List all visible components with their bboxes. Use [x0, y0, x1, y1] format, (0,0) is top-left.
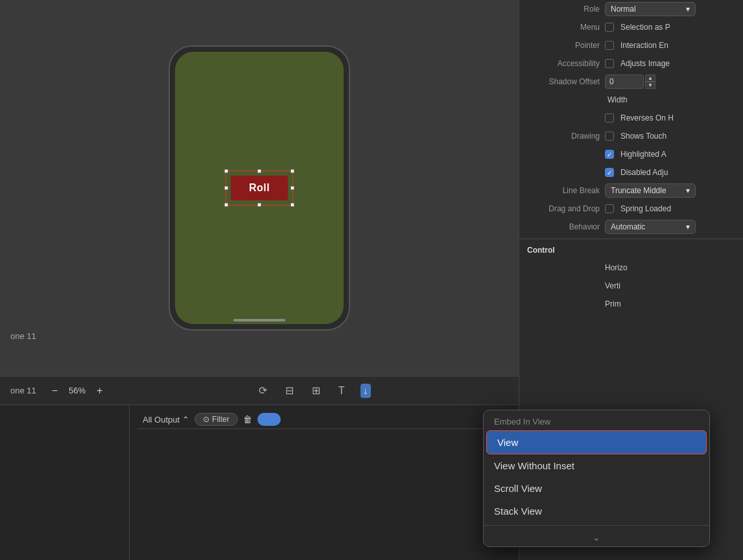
reverses-on-checkbox[interactable]: [605, 113, 614, 122]
behavior-dropdown[interactable]: Automatic ▾: [605, 220, 696, 234]
disabled-row: ✓ Disabled Adju: [519, 163, 743, 181]
line-break-dropdown[interactable]: Truncate Middle ▾: [605, 183, 696, 198]
reverses-on-text: Reverses On H: [620, 113, 674, 122]
behavior-row: Behavior Automatic ▾: [519, 218, 743, 236]
grid-icon-btn[interactable]: ⊞: [309, 383, 323, 398]
shadow-offset-input[interactable]: 0: [605, 75, 644, 89]
popup-item-scroll-view-label: Scroll View: [494, 483, 542, 494]
highlighted-row: ✓ Highlighted A: [519, 145, 743, 163]
shows-touch-checkbox[interactable]: [605, 132, 614, 141]
refresh-icon-btn[interactable]: ⟳: [256, 383, 270, 398]
drag-drop-row: Drag and Drop Spring Loaded: [519, 200, 743, 218]
popup-item-view-label: View: [497, 437, 518, 448]
menu-checkbox[interactable]: [605, 23, 614, 32]
zoom-in-button[interactable]: +: [94, 384, 105, 398]
bottom-panel: All Output ⌃ ⊙ Filter 🗑: [0, 404, 519, 560]
popup-item-stack-view[interactable]: Stack View: [484, 500, 709, 522]
home-indicator: [233, 319, 285, 321]
right-panel-label2-value: Verti: [605, 281, 620, 290]
popup-item-stack-view-label: Stack View: [494, 506, 542, 517]
popup-menu: Embed In View View View Without Inset Sc…: [483, 410, 710, 547]
embed-icon-btn[interactable]: ↓: [360, 384, 371, 398]
drawing-label: Drawing: [527, 132, 605, 141]
handle-ml[interactable]: [224, 186, 228, 190]
handle-tl[interactable]: [224, 169, 228, 173]
canvas-main: Roll one 11 Embed In View View View With…: [0, 0, 519, 376]
menu-label: Menu: [527, 23, 605, 32]
role-chevron-icon: ▾: [686, 5, 690, 14]
filter-label: Filter: [212, 415, 230, 424]
accessibility-label: Accessibility: [527, 59, 605, 68]
behavior-value: Automatic: [611, 222, 645, 231]
filter-bar: All Output ⌃ ⊙ Filter 🗑: [137, 410, 511, 429]
handle-tm[interactable]: [257, 169, 261, 173]
toolbar-left: one 11: [10, 386, 36, 395]
roll-button[interactable]: Roll: [231, 176, 288, 200]
zoom-out-button[interactable]: −: [49, 384, 60, 398]
all-output-button[interactable]: All Output ⌃: [143, 415, 189, 425]
chevron-down-icon: ⌄: [593, 532, 600, 542]
pointer-row: Pointer Interaction En: [519, 36, 743, 54]
behavior-label: Behavior: [527, 222, 605, 231]
toggle-button[interactable]: [257, 413, 281, 426]
handle-tr[interactable]: [290, 169, 294, 173]
popup-item-scroll-view[interactable]: Scroll View: [484, 477, 709, 500]
shadow-offset-up-button[interactable]: ▲: [645, 75, 655, 82]
disabled-text: Disabled Adju: [620, 168, 668, 177]
handle-br[interactable]: [290, 203, 294, 207]
reverses-on-row: Reverses On H: [519, 109, 743, 127]
highlighted-checkbox[interactable]: ✓: [605, 150, 614, 159]
shadow-offset-down-button[interactable]: ▼: [645, 82, 655, 89]
accessibility-row: Accessibility Adjusts Image: [519, 54, 743, 73]
all-output-label: All Output: [143, 415, 180, 425]
role-dropdown[interactable]: Normal ▾: [605, 2, 696, 16]
accessibility-checkbox[interactable]: [605, 59, 614, 68]
menu-text: Selection as P: [620, 23, 670, 32]
filter-icon: ⊙: [203, 415, 209, 424]
drag-drop-text: Spring Loaded: [620, 204, 671, 213]
disabled-checkbox[interactable]: ✓: [605, 168, 614, 177]
line-break-chevron-icon: ▾: [686, 186, 690, 195]
handle-bl[interactable]: [224, 203, 228, 207]
role-label: Role: [527, 5, 605, 14]
pointer-checkbox[interactable]: [605, 41, 614, 50]
menu-row: Menu Selection as P: [519, 18, 743, 36]
drag-drop-label: Drag and Drop: [527, 204, 605, 213]
section-divider-control: [519, 239, 743, 239]
shows-touch-text: Shows Touch: [620, 132, 666, 141]
pointer-label: Pointer: [527, 41, 605, 50]
popup-item-view[interactable]: View: [486, 430, 707, 454]
handle-bm[interactable]: [257, 203, 261, 207]
canvas-area: Roll one 11 Embed In View View View With…: [0, 0, 519, 560]
width-label: Width: [607, 95, 628, 104]
line-break-row: Line Break Truncate Middle ▾: [519, 181, 743, 200]
handle-mr[interactable]: [290, 186, 294, 190]
role-value: Normal: [611, 5, 636, 14]
right-panel-row3: Prim: [519, 295, 743, 313]
shows-touch-row: Drawing Shows Touch: [519, 127, 743, 145]
align-icon-btn[interactable]: ⊟: [283, 383, 296, 398]
popup-item-view-without-inset[interactable]: View Without Inset: [484, 454, 709, 477]
right-panel-label1-value: Horizo: [605, 263, 628, 272]
button-container: Roll: [231, 176, 288, 200]
zoom-level-label: 56%: [65, 386, 89, 395]
highlighted-text: Highlighted A: [620, 150, 666, 159]
accessibility-text: Adjusts Image: [620, 59, 670, 68]
bottom-main-panel: All Output ⌃ ⊙ Filter 🗑: [130, 405, 519, 560]
right-panel-row1: Horizo: [519, 259, 743, 277]
trash-button[interactable]: 🗑: [243, 414, 252, 425]
right-panel-row2: Verti: [519, 277, 743, 295]
line-break-value: Truncate Middle: [611, 186, 666, 195]
bottom-left-panel: [0, 405, 130, 560]
shadow-offset-row: Shadow Offset 0 ▲ ▼: [519, 73, 743, 91]
toolbar-center: ⟳ ⊟ ⊞ T ↓: [118, 383, 508, 398]
drag-drop-checkbox[interactable]: [605, 204, 614, 213]
behavior-chevron-icon: ▾: [686, 222, 690, 231]
filter-button[interactable]: ⊙ Filter: [195, 413, 238, 426]
popup-divider: [484, 525, 709, 526]
text-icon-btn[interactable]: T: [336, 384, 348, 398]
shadow-offset-label: Shadow Offset: [527, 77, 605, 86]
phone-screen: Roll: [175, 52, 344, 324]
canvas-toolbar: one 11 − 56% + ⟳ ⊟ ⊞ T ↓: [0, 376, 519, 404]
popup-footer[interactable]: ⌄: [484, 528, 709, 546]
